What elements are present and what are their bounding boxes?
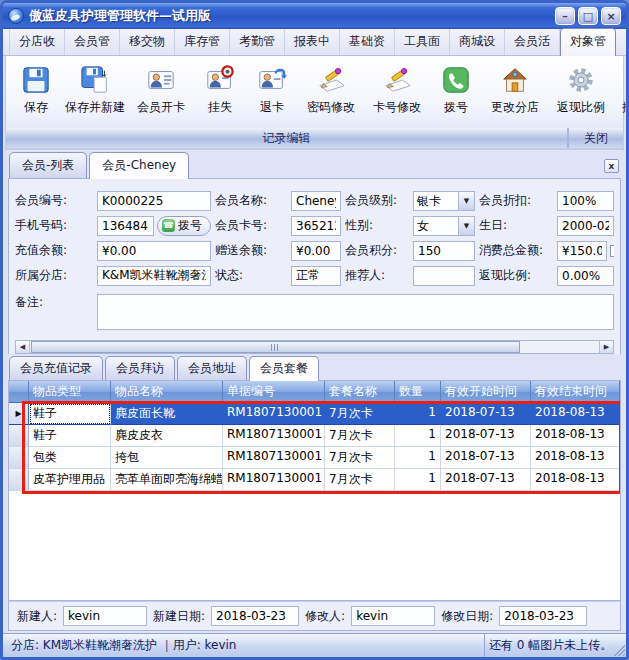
minimize-button[interactable]: – <box>555 7 575 25</box>
card-no-field[interactable] <box>291 216 341 236</box>
save-button[interactable]: 保存 <box>10 59 62 128</box>
change-card-number-button[interactable]: 卡号修改 <box>364 59 430 128</box>
cell-item-type[interactable]: 包类 <box>29 447 111 469</box>
tab-member-address[interactable]: 会员地址 <box>177 356 247 380</box>
menu-tab-branch-cashier[interactable]: 分店收 <box>9 29 65 55</box>
cell-item-name[interactable]: 麂皮皮衣 <box>111 425 223 447</box>
table-row[interactable]: ▶ 鞋子 麂皮面长靴 RM1807130001 7月次卡 1 2018-07-1… <box>9 403 620 425</box>
branch-field[interactable] <box>97 266 211 286</box>
cell-end-time[interactable]: 2018-08-13 <box>531 447 620 469</box>
resize-grip-icon[interactable] <box>612 643 625 656</box>
col-package-name[interactable]: 套餐名称 <box>325 381 395 403</box>
col-doc-number[interactable]: 单据编号 <box>223 381 325 403</box>
table-row[interactable]: 皮革护理用品 亮革单面即亮海绵蜡 RM1807130001 7月次卡 1 201… <box>9 469 620 491</box>
menu-tab-transfer[interactable]: 移交物 <box>120 29 175 55</box>
chevron-down-icon[interactable]: ▼ <box>458 192 474 210</box>
menu-tab-tools[interactable]: 工具面 <box>395 29 450 55</box>
create-date-field[interactable] <box>211 606 299 626</box>
cell-doc-number[interactable]: RM1807130001 <box>223 447 325 469</box>
modifier-field[interactable] <box>351 606 435 626</box>
menu-tab-reports[interactable]: 报表中 <box>285 29 340 55</box>
cashback-field[interactable] <box>557 266 614 286</box>
tab-member-visits[interactable]: 会员拜访 <box>105 356 175 380</box>
cell-quantity[interactable]: 1 <box>395 425 441 447</box>
col-start-time[interactable]: 有效开始时间 <box>441 381 531 403</box>
gift-balance-field[interactable] <box>291 241 341 261</box>
cell-start-time[interactable]: 2018-07-13 <box>441 403 531 425</box>
phone-field[interactable] <box>97 216 154 236</box>
cell-package-name[interactable]: 7月次卡 <box>325 469 395 491</box>
cell-doc-number[interactable]: RM1807130001 <box>223 403 325 425</box>
cell-quantity[interactable]: 1 <box>395 403 441 425</box>
scroll-right-icon[interactable]: ▶ <box>599 341 613 353</box>
cell-quantity[interactable]: 1 <box>395 469 441 491</box>
return-card-button[interactable]: 退卡 <box>246 59 298 128</box>
cell-end-time[interactable]: 2018-08-13 <box>531 469 620 491</box>
menu-tab-mall[interactable]: 商城设 <box>450 29 505 55</box>
dial-button[interactable]: ☎ 拨号 <box>157 216 211 236</box>
horizontal-scrollbar[interactable]: ◀ ▶ <box>15 340 614 354</box>
chevron-down-icon[interactable]: ▼ <box>458 217 474 235</box>
cell-item-type[interactable]: 皮革护理用品 <box>29 469 111 491</box>
recharge-balance-field[interactable] <box>97 241 211 261</box>
col-item-name[interactable]: 物品名称 <box>111 381 223 403</box>
cell-item-name[interactable]: 亮革单面即亮海绵蜡 <box>111 469 223 491</box>
table-row[interactable]: 鞋子 麂皮皮衣 RM1807130001 7月次卡 1 2018-07-13 2… <box>9 425 620 447</box>
cell-quantity[interactable]: 1 <box>395 447 441 469</box>
referrer-field[interactable] <box>413 266 475 286</box>
scrollbar-thumb[interactable] <box>31 341 520 353</box>
report-loss-button[interactable]: 挂失 <box>194 59 246 128</box>
cell-start-time[interactable]: 2018-07-13 <box>441 469 531 491</box>
cell-start-time[interactable]: 2018-07-13 <box>441 425 531 447</box>
cell-end-time[interactable]: 2018-08-13 <box>531 425 620 447</box>
member-no-field[interactable] <box>97 191 211 211</box>
cell-doc-number[interactable]: RM1807130001 <box>223 425 325 447</box>
scroll-left-icon[interactable]: ◀ <box>16 341 30 353</box>
cell-package-name[interactable]: 7月次卡 <box>325 403 395 425</box>
menu-tab-member-activity[interactable]: 会员活 <box>505 29 560 55</box>
change-branch-button[interactable]: 更改分店 <box>482 59 548 128</box>
dial-button-toolbar[interactable]: 拨号 <box>430 59 482 128</box>
tab-member-cheney[interactable]: 会员-Cheney <box>89 152 189 179</box>
wechat-checkbox[interactable] <box>610 245 614 257</box>
cell-item-name[interactable]: 挎包 <box>111 447 223 469</box>
cell-start-time[interactable]: 2018-07-13 <box>441 447 531 469</box>
tab-recharge-records[interactable]: 会员充值记录 <box>9 356 103 380</box>
col-item-type[interactable]: 物品类型 <box>29 381 111 403</box>
cell-item-type[interactable]: 鞋子 <box>29 403 111 425</box>
change-password-button[interactable]: 密码修改 <box>298 59 364 128</box>
cell-end-time[interactable]: 2018-08-13 <box>531 403 620 425</box>
cell-package-name[interactable]: 7月次卡 <box>325 425 395 447</box>
member-open-card-button[interactable]: 会员开卡 <box>128 59 194 128</box>
discount-field[interactable] <box>557 191 614 211</box>
remark-field[interactable] <box>97 294 614 330</box>
maximize-button[interactable]: □ <box>578 7 598 25</box>
gender-select[interactable]: 女 ▼ <box>413 216 475 236</box>
member-name-field[interactable] <box>291 191 341 211</box>
save-and-new-button[interactable]: 保存并新建 <box>62 59 128 128</box>
cashback-ratio-button[interactable]: 返现比例 <box>548 59 614 128</box>
points-field[interactable] <box>413 241 475 261</box>
cell-item-type[interactable]: 鞋子 <box>29 425 111 447</box>
cell-package-name[interactable]: 7月次卡 <box>325 447 395 469</box>
cell-doc-number[interactable]: RM1807130001 <box>223 469 325 491</box>
menu-tab-objects[interactable]: 对象管 <box>560 28 616 56</box>
menu-tab-basic-data[interactable]: 基础资 <box>340 29 395 55</box>
table-row[interactable]: 包类 挎包 RM1807130001 7月次卡 1 2018-07-13 201… <box>9 447 620 469</box>
menu-tab-inventory[interactable]: 库存管 <box>175 29 230 55</box>
modify-date-field[interactable] <box>499 606 587 626</box>
birthday-field[interactable] <box>557 216 614 236</box>
tab-close-button[interactable]: x <box>604 159 619 173</box>
cell-item-name[interactable]: 麂皮面长靴 <box>111 403 223 425</box>
col-quantity[interactable]: 数量 <box>395 381 441 403</box>
menu-tab-attendance[interactable]: 考勤管 <box>230 29 285 55</box>
close-window-button[interactable]: × <box>601 7 621 25</box>
tab-member-list[interactable]: 会员-列表 <box>9 152 87 178</box>
creator-field[interactable] <box>63 606 147 626</box>
referrer-button[interactable]: 推荐人 <box>614 59 629 128</box>
status-field[interactable] <box>291 266 341 286</box>
member-level-select[interactable]: 银卡 ▼ <box>413 191 475 211</box>
menu-tab-members[interactable]: 会员管 <box>65 29 120 55</box>
total-spend-field[interactable] <box>557 241 607 261</box>
col-end-time[interactable]: 有效结束时间 <box>531 381 620 403</box>
